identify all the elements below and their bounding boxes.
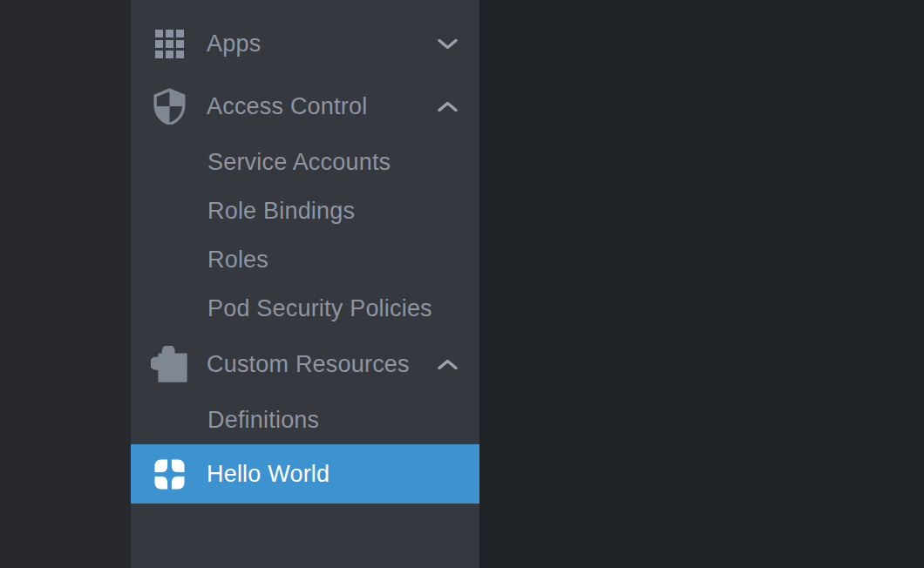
apps-grid-icon [150, 30, 188, 58]
main-content-area [479, 0, 924, 568]
chevron-down-icon[interactable] [438, 38, 458, 50]
sidebar-item-hello-world[interactable]: Hello World [131, 444, 479, 504]
sidebar-item-definitions[interactable]: Definitions [131, 396, 479, 444]
sidebar-group-label: Custom Resources [207, 351, 410, 378]
sidebar-item-role-bindings[interactable]: Role Bindings [131, 186, 479, 235]
sidebar-group-label: Apps [207, 30, 261, 57]
sidebar-item-service-accounts[interactable]: Service Accounts [131, 138, 479, 186]
sidebar-nav: Apps [131, 0, 479, 568]
sidebar-item-label: Service Accounts [207, 149, 391, 176]
shield-icon [150, 88, 188, 125]
sidebar-item-label: Roles [207, 247, 268, 274]
page-background-left [0, 0, 131, 568]
chevron-up-icon[interactable] [438, 359, 458, 370]
chevron-up-icon[interactable] [438, 101, 458, 112]
sidebar-item-pod-security-policies[interactable]: Pod Security Policies [131, 284, 479, 333]
sidebar-group-label: Access Control [207, 93, 367, 120]
sidebar-group-custom-resources[interactable]: Custom Resources [131, 333, 479, 396]
sidebar-item-label: Pod Security Policies [207, 295, 432, 322]
sidebar-item-label: Role Bindings [207, 198, 355, 225]
sidebar-item-label: Hello World [207, 461, 330, 488]
sidebar-item-label: Definitions [207, 407, 319, 434]
puzzle-icon [150, 346, 188, 382]
screen: Apps [0, 0, 924, 568]
custom-resource-icon [150, 459, 188, 490]
sidebar-group-access-control[interactable]: Access Control [131, 75, 479, 138]
sidebar-group-apps[interactable]: Apps [131, 12, 479, 75]
sidebar-item-roles[interactable]: Roles [131, 235, 479, 284]
